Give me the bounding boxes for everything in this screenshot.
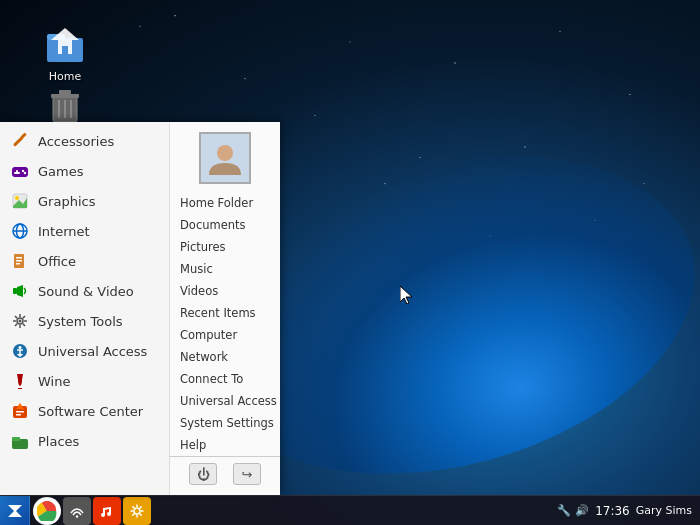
graphics-icon [10, 191, 30, 211]
place-documents[interactable]: Documents [170, 214, 280, 236]
svg-rect-7 [59, 90, 71, 95]
internet-icon [10, 221, 30, 241]
desktop-icon-home[interactable]: Home [30, 18, 100, 83]
accessories-icon [10, 131, 30, 151]
place-computer[interactable]: Computer [170, 324, 280, 346]
svg-rect-37 [16, 414, 21, 416]
place-home-folder[interactable]: Home Folder [170, 192, 280, 214]
games-icon [10, 161, 30, 181]
menu-categories: Accessories Games [0, 122, 170, 495]
svg-rect-15 [14, 172, 20, 174]
user-avatar [199, 132, 251, 184]
place-help[interactable]: Help [170, 434, 280, 456]
svg-rect-46 [98, 502, 116, 520]
place-system-settings[interactable]: System Settings [170, 412, 280, 434]
svg-point-16 [22, 170, 24, 172]
system-label: System Tools [38, 314, 159, 329]
sound-label: Sound & Video [38, 284, 159, 299]
taskbar-settings[interactable] [123, 497, 151, 525]
menu-item-software[interactable]: Software Center [0, 396, 169, 426]
universal-label: Universal Access [38, 344, 159, 359]
user-name: Gary Sims [636, 504, 692, 517]
places-icon [10, 431, 30, 451]
place-music[interactable]: Music [170, 258, 280, 280]
internet-label: Internet [38, 224, 159, 239]
place-connect-to[interactable]: Connect To [170, 368, 280, 390]
accessories-label: Accessories [38, 134, 159, 149]
logout-button[interactable]: ↪ [233, 463, 261, 485]
taskbar-apps [30, 496, 154, 525]
office-icon [10, 251, 30, 271]
svg-point-45 [76, 515, 78, 517]
menu-item-system[interactable]: System Tools [0, 306, 169, 336]
trash-icon [41, 80, 89, 128]
graphics-label: Graphics [38, 194, 159, 209]
taskbar-network[interactable] [63, 497, 91, 525]
network-tray-icon: 🔧 [557, 504, 571, 517]
place-recent[interactable]: Recent Items [170, 302, 280, 324]
menu-bottom-bar: ⏻ ↪ [170, 456, 280, 491]
svg-point-41 [217, 145, 233, 161]
desktop: Home Trash [0, 0, 700, 525]
sound-icon [10, 281, 30, 301]
games-label: Games [38, 164, 159, 179]
taskbar-right: 🔧 🔊 17:36 Gary Sims [557, 504, 700, 518]
home-folder-icon [41, 18, 89, 66]
system-tray: 🔧 🔊 [557, 504, 589, 517]
taskbar: 🔧 🔊 17:36 Gary Sims [0, 495, 700, 525]
places-label: Places [38, 434, 159, 449]
places-list: Home Folder Documents Pictures Music Vid… [170, 192, 280, 456]
menu-item-internet[interactable]: Internet [0, 216, 169, 246]
menu-item-graphics[interactable]: Graphics [0, 186, 169, 216]
volume-tray-icon: 🔊 [575, 504, 589, 517]
svg-rect-36 [16, 411, 24, 413]
software-icon [10, 401, 30, 421]
svg-point-31 [19, 320, 22, 323]
place-network[interactable]: Network [170, 346, 280, 368]
menu-item-accessories[interactable]: Accessories [0, 126, 169, 156]
taskbar-left [0, 496, 154, 525]
svg-marker-29 [17, 285, 23, 297]
zorin-menu-button[interactable] [0, 496, 30, 526]
svg-point-19 [15, 196, 19, 200]
svg-point-33 [19, 346, 22, 349]
svg-rect-28 [13, 288, 17, 294]
place-videos[interactable]: Videos [170, 280, 280, 302]
place-pictures[interactable]: Pictures [170, 236, 280, 258]
svg-rect-27 [16, 263, 20, 265]
software-label: Software Center [38, 404, 159, 419]
taskbar-chrome[interactable] [33, 497, 61, 525]
menu-item-sound[interactable]: Sound & Video [0, 276, 169, 306]
wine-icon [10, 371, 30, 391]
menu-item-wine[interactable]: Wine [0, 366, 169, 396]
cursor [400, 286, 412, 304]
menu-item-games[interactable]: Games [0, 156, 169, 186]
svg-rect-26 [16, 260, 22, 262]
svg-rect-4 [62, 46, 68, 54]
wine-label: Wine [38, 374, 159, 389]
start-menu: Accessories Games [0, 122, 280, 495]
taskbar-music[interactable] [93, 497, 121, 525]
universal-icon [10, 341, 30, 361]
menu-item-places[interactable]: Places [0, 426, 169, 456]
menu-item-office[interactable]: Office [0, 246, 169, 276]
clock-time[interactable]: 17:36 [595, 504, 630, 518]
svg-point-17 [24, 172, 26, 174]
power-button[interactable]: ⏻ [189, 463, 217, 485]
svg-rect-25 [16, 257, 22, 259]
system-icon [10, 311, 30, 331]
office-label: Office [38, 254, 159, 269]
menu-places-panel: Home Folder Documents Pictures Music Vid… [170, 122, 280, 495]
menu-item-universal[interactable]: Universal Access [0, 336, 169, 366]
place-universal-access[interactable]: Universal Access [170, 390, 280, 412]
svg-rect-39 [12, 437, 20, 441]
